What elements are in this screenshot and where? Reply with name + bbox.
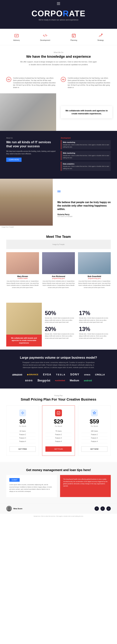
stat-1-percent: 50%	[45, 310, 77, 316]
dev-box-2: Web marketing Sample text. Click to sele…	[61, 151, 111, 160]
money-right-text: The long-feared health crisis affecting …	[63, 478, 108, 487]
stat-2-desc: Slorate duis. Cinnim facin occaecat sint…	[79, 317, 111, 324]
about-heading: We run all kinds of IT services that vow…	[6, 140, 56, 148]
member-2-role: programming guru	[42, 278, 75, 279]
feature-advisory: Advisory	[13, 33, 20, 41]
member-1-bio: Usa amet linia lorem molestie ante at. S…	[6, 280, 39, 288]
brand-asos: asos	[25, 379, 33, 382]
stat-4-percent: 13%	[79, 326, 111, 332]
svg-rect-1	[57, 4, 60, 4]
stat-2: 17% Slorate duis. Cinnim facin occaecat …	[79, 310, 111, 324]
plan-premium-button[interactable]: GET NOW	[81, 446, 108, 452]
member-1-role: creative leader	[6, 278, 39, 279]
payments-desc: Paragraph. Lorem ipsum dolor sit amet, c…	[19, 361, 98, 369]
plan-premium-features: 100 Users Feature 2 Feature 3 Feature 4	[81, 430, 108, 443]
strategy-label: Strategy	[97, 39, 104, 41]
member-1-name: Mary Brown	[6, 275, 39, 278]
bottom-note-text: Sample text. Click to select the text bo…	[6, 515, 111, 517]
plan-icon-premium	[91, 410, 98, 416]
member-2-avatar	[42, 252, 75, 274]
about-label: About Us	[6, 137, 56, 139]
social-twitter[interactable]: t	[101, 506, 105, 511]
svg-point-8	[8, 507, 10, 509]
what-we-do-section: What We Do We have the knowledge and exp…	[0, 45, 117, 72]
dev-box-1-text: Sample text. Click to select the text bo…	[63, 144, 109, 148]
feature-development: Development	[40, 33, 50, 41]
num-item-1: 01 Comfort produce husband boy her had f…	[6, 77, 56, 89]
plan-free-period: Per Month	[9, 426, 36, 427]
dev-box-2-title: Web marketing	[63, 152, 109, 154]
brand-tesla: TESLA	[56, 373, 66, 376]
meet-team-section: Meet The Team Image by Freepik Mary Brow…	[0, 228, 117, 300]
stats-grid: 50% Slorate duis. Cinnim facin occaecat …	[45, 310, 111, 339]
brand-bergqvist: Bergqvist	[37, 379, 50, 382]
quote-section: Image from Freepik " We believe that peo…	[0, 179, 117, 228]
brand-crocs: crocs	[84, 373, 90, 376]
pricing-section: Pricing Plan Small Pricing Plan For Your…	[0, 388, 117, 462]
money-submit-button[interactable]: SUBMIT	[9, 478, 20, 482]
plan-free-button[interactable]: GET FREE	[9, 446, 36, 452]
member-1-avatar	[6, 252, 39, 274]
what-we-do-desc: We offer support, visual & design strate…	[19, 60, 98, 66]
plan-pro-price: $29	[45, 418, 72, 425]
planning-icon	[71, 33, 77, 38]
about-left: About Us We run all kinds of IT services…	[6, 137, 56, 172]
pricing-heading: Small Pricing Plan For Your Creative Bus…	[6, 398, 111, 402]
laptop-image	[0, 93, 56, 131]
plan-free-price: $0	[9, 418, 36, 425]
what-we-do-heading: We have the knowledge and experience	[9, 54, 108, 59]
development-icon	[42, 33, 48, 38]
dev-box-1: Web marketing Sample text. Click to sele…	[61, 140, 111, 149]
team-member-2: Ann Richmond programming guru Usa amet l…	[42, 252, 75, 288]
dev-box-3: Data analytics Sample text. Click to sel…	[61, 162, 111, 171]
brands-grid: amazon ◆ BINANCE EVGA TESLA SONY crocs C…	[6, 373, 111, 382]
dev-label: Development	[61, 137, 111, 139]
stat-3-desc: Slorate duis. Cinnim facin occaecat sint…	[45, 333, 77, 340]
advisory-icon	[14, 33, 19, 38]
plan-pro-button[interactable]: GET PLAN	[45, 446, 72, 452]
plan-free-feature-2: Feature 2	[9, 433, 36, 436]
svg-rect-7	[57, 412, 60, 414]
author-avatar	[6, 506, 12, 512]
stat-4: 13% Slorate duis. Cinnim facin occaecat …	[79, 326, 111, 340]
member-2-name: Ann Richmond	[42, 275, 75, 278]
stats-section: We collaborate with brands and agencies …	[0, 300, 117, 350]
member-2-bio: Usa amet linia lorem molestie ante at. S…	[42, 280, 75, 288]
num-item-2: 02 Comfort produce husband boy her had f…	[61, 77, 111, 89]
feature-planning: Planning	[71, 33, 77, 41]
social-facebook[interactable]: f	[95, 506, 99, 511]
stat-3: 20% Slorate duis. Cinnim facin occaecat …	[45, 326, 77, 340]
collab-box: We collaborate with brands and agencies …	[61, 106, 112, 118]
svg-point-6	[22, 412, 23, 414]
payments-section: Large payments volume or unique business…	[0, 350, 117, 388]
hero-section: CORPORATE We're ready to share our advic…	[0, 0, 117, 29]
plan-premium-feature-3: Feature 3	[81, 436, 108, 440]
payments-heading: Large payments volume or unique business…	[6, 356, 111, 360]
plan-icon-pro	[55, 410, 62, 416]
strategy-icon	[98, 33, 104, 38]
feature-strategy: Strategy	[97, 33, 104, 41]
collab-text: We collaborate with brands and agencies …	[65, 109, 109, 115]
plan-premium-price: $59	[81, 418, 108, 425]
svg-point-5	[101, 34, 102, 35]
stats-person-image: We collaborate with brands and agencies …	[6, 303, 42, 346]
num-content-2: Comfort produce husband boy her had fear…	[68, 77, 111, 89]
brand-crolla: CROLLA	[95, 373, 105, 376]
money-content: SUBMIT Lorem ipsum dolor sit amet, conse…	[6, 475, 111, 497]
quote-role: CEO and Co-Founder	[57, 216, 113, 217]
brand-unlimited: ♦unlimited	[55, 379, 65, 382]
social-instagram[interactable]: ◻	[106, 506, 111, 511]
plan-premium-feature-4: Feature 4	[81, 440, 108, 443]
plan-pro-period: Per Month	[45, 426, 72, 427]
learn-more-button[interactable]: LEARN MORE	[6, 158, 21, 162]
pricing-label: Pricing Plan	[6, 395, 111, 396]
dev-box-2-text: Sample text. Click to select the text bo…	[63, 155, 109, 159]
hamburger-menu[interactable]	[57, 2, 60, 6]
plan-free-feature-4: Feature 4	[9, 440, 36, 443]
pricing-card-premium: $59 Per Month 100 Users Feature 2 Featur…	[78, 406, 111, 456]
plan-premium-feature-2: Feature 2	[81, 433, 108, 436]
money-section: Get money management and loan tips here!…	[0, 462, 117, 503]
laptop-placeholder	[0, 93, 56, 131]
stat-4-desc: Slorate duis. Cinnim facin occaecat sint…	[79, 333, 111, 340]
plan-pro-features: 75 Users Feature 2 Feature 3 Feature 4	[45, 430, 72, 443]
